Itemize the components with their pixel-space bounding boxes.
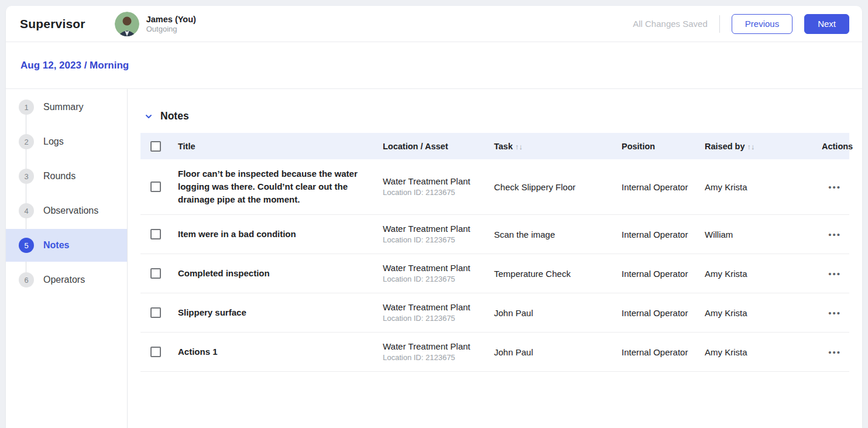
sort-icon[interactable]: ↑↓ [747,142,755,151]
sidebar-item-label: Notes [43,240,69,251]
content-area: 1 Summary 2 Logs 3 Rounds 4 Observations… [6,89,862,428]
top-bar: Supervisor James (You) Outgoing All Chan… [6,6,862,42]
breadcrumb-date-shift[interactable]: Aug 12, 2023 / Morning [20,60,129,71]
current-user: James (You) Outgoing [115,12,196,36]
cell-raised-by: Amy Krista [705,269,822,279]
sidebar-item-observations[interactable]: 4 Observations [6,194,127,227]
sidebar-item-label: Operators [43,275,85,285]
cell-position: Internal Operator [622,347,705,357]
save-status: All Changes Saved [633,19,708,29]
row-actions-menu-button[interactable]: ••• [828,345,841,359]
location-id: Location ID: 2123675 [383,187,487,198]
location-name: Water Treatment Plant [383,223,487,235]
table-row: Item were in a bad condition Water Treat… [140,215,849,254]
step-number-icon: 3 [19,169,34,184]
cell-location: Water Treatment Plant Location ID: 21236… [383,262,494,285]
user-status: Outgoing [146,25,196,34]
row-checkbox[interactable] [150,307,161,318]
column-header-location: Location / Asset [383,142,494,151]
column-header-actions: Actions [822,142,861,151]
avatar-image [115,12,139,36]
cell-location: Water Treatment Plant Location ID: 21236… [383,223,494,245]
column-header-raised-by-label: Raised by [705,142,745,151]
step-number-icon: 1 [19,100,34,115]
cell-title: Slippery surface [178,306,383,319]
sidebar-item-logs[interactable]: 2 Logs [6,125,127,158]
sidebar-item-label: Observations [43,206,98,216]
row-checkbox[interactable] [150,182,161,192]
column-header-title: Title [178,142,383,151]
next-button[interactable]: Next [804,14,849,34]
location-name: Water Treatment Plant [383,262,487,274]
sort-icon[interactable]: ↑↓ [515,142,523,151]
cell-position: Internal Operator [622,182,705,192]
avatar [115,12,139,36]
row-checkbox[interactable] [150,268,161,279]
cell-raised-by: Amy Krista [705,182,822,192]
user-name: James (You) [146,14,196,25]
cell-task: Temperature Check [494,269,622,279]
chevron-down-icon[interactable] [144,112,153,121]
notes-table: Title Location / Asset Task↑↓ Position R… [140,133,849,372]
location-id: Location ID: 2123675 [383,235,487,245]
top-bar-actions: All Changes Saved Previous Next [633,14,849,34]
cell-title: Item were in a bad condition [178,228,383,241]
location-name: Water Treatment Plant [383,176,487,187]
cell-location: Water Treatment Plant Location ID: 21236… [383,341,494,363]
cell-position: Internal Operator [622,230,705,239]
row-checkbox[interactable] [150,347,161,357]
cell-raised-by: William [705,230,822,239]
header-checkbox-cell [140,141,178,152]
user-info: James (You) Outgoing [146,14,196,34]
cell-task: Scan the image [494,230,622,239]
date-bar: Aug 12, 2023 / Morning [6,42,862,89]
main-card: Supervisor James (You) Outgoing All Chan… [6,6,862,428]
cell-location: Water Treatment Plant Location ID: 21236… [383,302,494,324]
step-number-icon: 2 [19,134,34,149]
row-actions-menu-button[interactable]: ••• [828,180,841,194]
sidebar-item-summary[interactable]: 1 Summary [6,91,127,124]
cell-task: John Paul [494,308,622,318]
cell-title: Actions 1 [178,345,383,358]
table-header-row: Title Location / Asset Task↑↓ Position R… [140,133,849,159]
column-header-position: Position [622,142,705,151]
sidebar-item-rounds[interactable]: 3 Rounds [6,160,127,193]
sidebar-item-operators[interactable]: 6 Operators [6,263,127,296]
row-actions-menu-button[interactable]: ••• [828,267,841,280]
row-actions-menu-button[interactable]: ••• [828,228,841,241]
step-number-icon: 6 [19,272,34,287]
location-id: Location ID: 2123675 [383,352,487,363]
location-name: Water Treatment Plant [383,302,487,313]
table-row: Floor can’t be inspected because the wat… [140,159,849,215]
row-actions-menu-button[interactable]: ••• [828,306,841,320]
step-number-icon: 5 [19,238,34,253]
cell-task: Check Slippery Floor [494,182,622,192]
previous-button[interactable]: Previous [732,14,792,34]
sidebar-item-label: Rounds [43,171,76,182]
cell-title: Floor can’t be inspected because the wat… [178,167,383,206]
cell-position: Internal Operator [622,269,705,279]
sidebar-item-notes[interactable]: 5 Notes [6,229,127,262]
table-row: Completed inspection Water Treatment Pla… [140,254,849,293]
column-header-task[interactable]: Task↑↓ [494,142,622,151]
location-name: Water Treatment Plant [383,341,487,352]
sidebar-item-label: Logs [43,136,64,147]
cell-position: Internal Operator [622,308,705,318]
sidebar: 1 Summary 2 Logs 3 Rounds 4 Observations… [6,89,128,428]
location-id: Location ID: 2123675 [383,274,487,285]
table-row: Slippery surface Water Treatment Plant L… [140,293,849,333]
cell-raised-by: Amy Krista [705,347,822,357]
column-header-task-label: Task [494,142,513,151]
location-id: Location ID: 2123675 [383,313,487,324]
column-header-raised-by[interactable]: Raised by↑↓ [705,142,822,151]
cell-location: Water Treatment Plant Location ID: 21236… [383,176,494,198]
cell-title: Completed inspection [178,267,383,280]
notes-section-header: Notes [140,110,849,122]
section-title: Notes [160,110,189,122]
select-all-checkbox[interactable] [150,141,161,152]
step-number-icon: 4 [19,203,34,218]
row-checkbox[interactable] [150,229,161,239]
vertical-divider [719,15,720,33]
page-title: Supervisor [20,17,85,31]
cell-task: John Paul [494,347,622,357]
